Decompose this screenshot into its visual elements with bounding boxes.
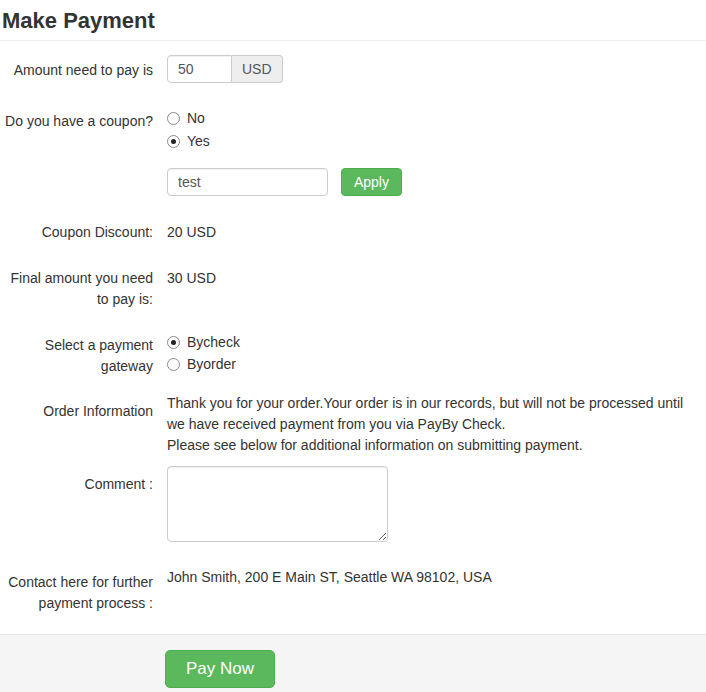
amount-input-group: USD (167, 55, 283, 83)
coupon-discount-label: Coupon Discount: (0, 222, 153, 243)
final-amount-value: 30 USD (167, 268, 706, 289)
coupon-code-input[interactable] (167, 168, 328, 196)
page-title: Make Payment (0, 0, 706, 41)
amount-row: Amount need to pay is USD (0, 55, 706, 83)
gateway-row: Select a payment gateway Bycheck Byorder (0, 335, 706, 377)
currency-addon: USD (232, 55, 283, 83)
comment-row: Comment : (0, 466, 706, 545)
coupon-question-label: Do you have a coupon? (0, 111, 153, 132)
order-information-row: Order Information Thank you for your ord… (0, 393, 706, 456)
gateway-radio-bycheck[interactable]: Bycheck (167, 335, 706, 349)
final-amount-row: Final amount you need to pay is: 30 USD (0, 268, 706, 310)
gateway-radio-byorder[interactable]: Byorder (167, 357, 706, 371)
coupon-radio-yes[interactable]: Yes (167, 134, 706, 148)
order-information-line1: Thank you for your order.Your order is i… (167, 393, 701, 435)
order-information-label: Order Information (0, 393, 153, 422)
coupon-apply-row: Apply (0, 168, 706, 196)
gateway-radio-byorder-input[interactable] (167, 358, 180, 371)
gateway-radio-bycheck-input[interactable] (167, 336, 180, 349)
coupon-discount-value: 20 USD (167, 222, 706, 243)
amount-input[interactable] (167, 55, 232, 83)
gateway-label: Select a payment gateway (0, 335, 153, 377)
coupon-radio-no-label: No (187, 110, 205, 126)
coupon-question-row: Do you have a coupon? No Yes (0, 111, 706, 148)
final-amount-label: Final amount you need to pay is: (0, 268, 153, 310)
comment-label: Comment : (0, 466, 153, 495)
contact-value: John Smith, 200 E Main ST, Seattle WA 98… (167, 567, 706, 588)
contact-label: Contact here for further payment process… (0, 567, 153, 614)
coupon-discount-row: Coupon Discount: 20 USD (0, 222, 706, 243)
gateway-radio-byorder-label: Byorder (187, 356, 236, 372)
order-information-line2: Please see below for additional informat… (167, 435, 701, 456)
gateway-radio-bycheck-label: Bycheck (187, 334, 240, 350)
coupon-radio-no-input[interactable] (167, 112, 180, 125)
amount-label: Amount need to pay is (0, 55, 153, 81)
apply-button[interactable]: Apply (341, 168, 402, 196)
coupon-radio-no[interactable]: No (167, 111, 706, 125)
contact-row: Contact here for further payment process… (0, 567, 706, 614)
comment-textarea[interactable] (167, 466, 388, 542)
pay-now-button[interactable]: Pay Now (165, 650, 275, 688)
order-information-text: Thank you for your order.Your order is i… (167, 393, 701, 456)
coupon-radio-yes-label: Yes (187, 133, 210, 149)
footer-bar: Pay Now (0, 634, 706, 692)
coupon-radio-yes-input[interactable] (167, 135, 180, 148)
